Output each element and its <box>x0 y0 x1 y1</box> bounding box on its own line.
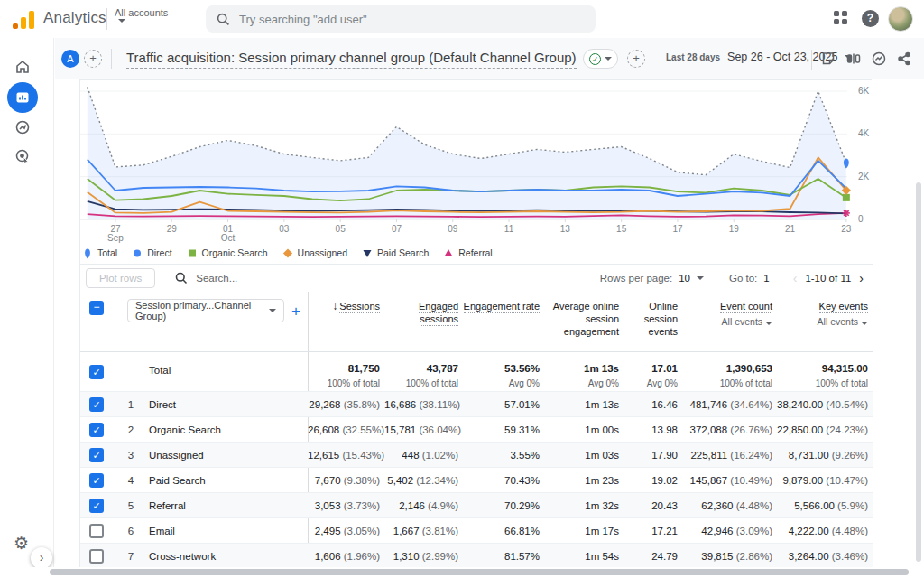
table-search-input[interactable]: Search... <box>175 272 599 284</box>
table-row-unassigned: ✓3Unassigned12,615 (15.43%)448 (1.02%)3.… <box>80 442 873 467</box>
global-search-input[interactable]: Try searching "add user" <box>206 5 596 33</box>
dimension-selector[interactable]: Session primary...Channel Group) <box>127 299 284 322</box>
circle-marker-icon <box>132 247 143 259</box>
share-icon[interactable] <box>896 51 912 67</box>
value-cell: 4,222.00 (4.48%) <box>777 526 873 536</box>
notes-icon[interactable] <box>820 51 836 67</box>
value-cell: 70.29% <box>463 500 544 511</box>
value-cell: 372,088 (26.76%) <box>682 424 777 435</box>
row-checkbox[interactable]: ✓ <box>89 448 104 462</box>
legend-item-paid-search[interactable]: Paid Search <box>362 247 429 259</box>
channel-name: Cross-network <box>149 551 308 562</box>
row-checkbox[interactable]: ✓ <box>89 499 104 513</box>
table-row-cross-network: 7Cross-network1,606 (1.96%)1,310 (2.99%)… <box>80 543 873 568</box>
row-checkbox[interactable] <box>89 524 104 538</box>
value-cell: 2,146 (4.9%) <box>384 500 463 511</box>
row-number: 1 <box>113 399 149 410</box>
legend-item-referral[interactable]: Referral <box>443 247 492 259</box>
column-header-sessions[interactable]: Sessions <box>339 301 380 313</box>
total-row-checkbox[interactable]: ✓ <box>89 365 104 379</box>
channel-name: Paid Search <box>149 475 308 486</box>
search-placeholder: Try searching "add user" <box>239 13 367 26</box>
add-dimension-button[interactable]: + <box>291 303 300 321</box>
total-value-cell: 81,750100% of total <box>308 352 384 391</box>
legend-item-total[interactable]: Total <box>82 247 117 259</box>
sidebar-item-home[interactable] <box>7 51 38 82</box>
column-header-engagement-rate[interactable]: Engagement rate <box>464 301 540 313</box>
row-checkbox[interactable]: ✓ <box>89 473 104 488</box>
plot-rows-button[interactable]: Plot rows <box>86 268 155 288</box>
nav-rail: ⚙ <box>0 38 54 578</box>
row-checkbox[interactable]: ✓ <box>89 423 104 437</box>
value-cell: 1m 32s <box>544 500 624 511</box>
value-cell: 1m 23s <box>544 475 624 486</box>
table-controls: Plot rows Search... Rows per page: 10 Go… <box>80 265 873 292</box>
value-cell: 5,402 (12.34%) <box>384 475 463 486</box>
legend-item-direct[interactable]: Direct <box>132 247 171 259</box>
report-status-pill[interactable]: ✓ <box>583 49 618 69</box>
column-header-key-events[interactable]: Key events <box>819 301 868 313</box>
top-app-bar: Analytics All accounts Try searching "ad… <box>0 0 924 38</box>
legend-item-organic-search[interactable]: Organic Search <box>187 247 268 259</box>
column-header-event-count[interactable]: Event count <box>720 301 772 313</box>
column-header-online-session-events[interactable]: Online session events <box>644 301 678 337</box>
legend-item-unassigned[interactable]: Unassigned <box>282 247 347 259</box>
value-cell: 70.43% <box>463 475 544 486</box>
home-icon <box>14 59 31 75</box>
channel-name: Organic Search <box>149 424 308 435</box>
column-header-avg-engagement[interactable]: Average online session engagement <box>553 301 619 337</box>
key-events-filter[interactable]: All events <box>777 315 868 328</box>
reports-icon <box>14 89 31 106</box>
value-cell: 57.01% <box>463 399 544 410</box>
rows-per-page-value[interactable]: 10 <box>679 273 690 284</box>
sidebar-item-explore[interactable] <box>7 112 38 143</box>
insights-icon[interactable] <box>871 51 887 67</box>
event-count-filter[interactable]: All events <box>682 315 772 328</box>
next-page-button[interactable]: › <box>857 271 865 285</box>
value-cell: 8,731.00 (9.26%) <box>777 450 873 461</box>
apps-grid-icon[interactable] <box>834 11 849 26</box>
divider <box>811 50 812 70</box>
row-checkbox[interactable] <box>89 549 104 564</box>
value-cell: 15,781 (36.04%) <box>384 424 463 435</box>
settings-gear-icon[interactable]: ⚙ <box>14 533 29 554</box>
value-cell: 22,850.00 (24.23%) <box>777 424 873 435</box>
svg-text:13: 13 <box>560 224 571 234</box>
add-comparison-button[interactable]: + <box>84 50 102 68</box>
vertical-scrollbar[interactable] <box>916 182 921 562</box>
svg-text:29: 29 <box>167 224 178 234</box>
property-badge[interactable]: A <box>61 50 79 68</box>
search-icon <box>217 13 230 26</box>
sidebar-item-advertising[interactable] <box>7 141 38 172</box>
goto-input[interactable]: 1 <box>763 273 769 284</box>
ab-compare-icon[interactable] <box>845 51 862 67</box>
prev-page-button[interactable]: ‹ <box>791 271 799 285</box>
avatar[interactable] <box>888 6 913 32</box>
value-cell: 17.21 <box>624 526 682 536</box>
svg-text:15: 15 <box>616 224 627 234</box>
value-cell: 16.46 <box>624 399 682 410</box>
value-cell: 448 (1.02%) <box>384 450 463 461</box>
value-cell: 19.02 <box>624 475 682 486</box>
value-cell: 3.55% <box>463 450 544 461</box>
diamond-marker-icon <box>282 247 293 259</box>
row-number: 3 <box>113 450 149 461</box>
chevron-down-icon[interactable] <box>697 276 704 280</box>
sidebar-item-reports[interactable] <box>7 82 38 113</box>
account-switcher[interactable]: All accounts <box>115 7 168 23</box>
goto-label: Go to: <box>729 273 757 284</box>
value-cell: 16,686 (38.11%) <box>384 399 463 410</box>
legend-label: Unassigned <box>298 247 347 258</box>
report-title[interactable]: Traffic acquisition: Session primary cha… <box>126 50 577 69</box>
row-number: 5 <box>113 500 149 511</box>
add-tab-button[interactable]: + <box>627 50 645 68</box>
expand-nav-button[interactable]: › <box>31 547 52 569</box>
row-checkbox[interactable]: ✓ <box>89 397 104 412</box>
help-icon[interactable]: ? <box>862 10 879 27</box>
column-header-engaged-sessions[interactable]: Engaged sessions <box>419 301 458 326</box>
legend-label: Paid Search <box>377 247 429 258</box>
total-value-cell: 17.01Avg 0% <box>624 352 682 391</box>
horizontal-scrollbar[interactable] <box>50 569 909 575</box>
chart-legend: TotalDirectOrganic SearchUnassignedPaid … <box>82 244 493 262</box>
select-all-checkbox[interactable]: − <box>89 301 104 315</box>
